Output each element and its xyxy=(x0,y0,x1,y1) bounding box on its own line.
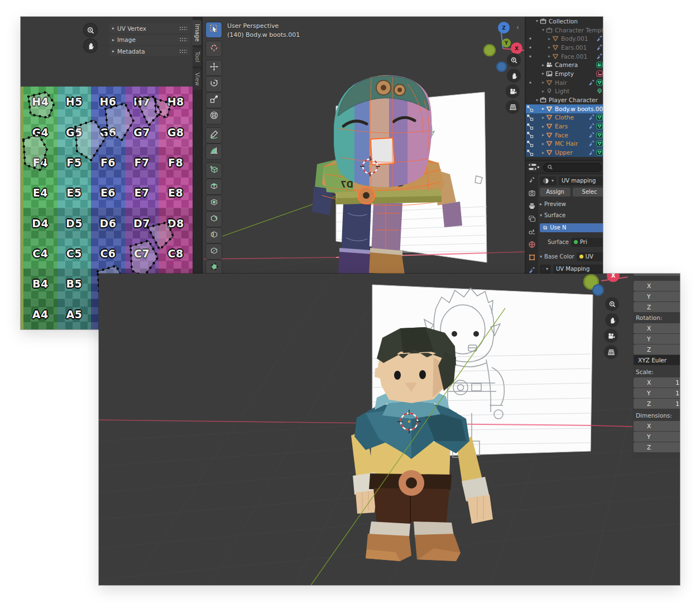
tool-move-button[interactable] xyxy=(206,60,222,75)
properties-tab-object[interactable] xyxy=(528,254,536,262)
tool-bevel-button[interactable] xyxy=(206,212,222,227)
expander-arrow-icon[interactable]: ▸ xyxy=(540,141,546,146)
outliner-row-light[interactable]: ▸Light xyxy=(526,87,603,96)
axis-field[interactable]: X xyxy=(634,281,680,291)
expander-arrow-icon[interactable]: ▸ xyxy=(540,124,546,129)
axis-field[interactable]: X xyxy=(634,323,680,333)
viewport-grid-button-top[interactable] xyxy=(506,100,520,114)
mesh-data-icon[interactable] xyxy=(596,79,603,86)
viewport-camera-button-bottom[interactable] xyxy=(604,329,618,343)
tool-scale-button[interactable] xyxy=(206,93,222,108)
wrench-icon[interactable] xyxy=(596,53,603,60)
transform-field-y[interactable]: Y xyxy=(634,334,680,344)
expander-arrow-icon[interactable]: ▸ xyxy=(540,115,546,120)
expander-arrow-icon[interactable]: ▸ xyxy=(540,106,546,111)
properties-tab-view-layer[interactable] xyxy=(528,216,536,224)
tool-loop-cut-button[interactable] xyxy=(206,228,222,243)
outliner-row-face[interactable]: ▸Face xyxy=(526,131,603,140)
tool-measure-button[interactable] xyxy=(206,144,222,159)
image-texture-icon[interactable]: ▾ xyxy=(540,265,551,274)
properties-tab-world[interactable] xyxy=(528,241,536,250)
outliner-row-body-w-boots-001[interactable]: ▸Body.w boots.001 xyxy=(526,104,603,113)
expander-arrow-icon[interactable]: ▸ xyxy=(540,80,546,85)
transform-field-y[interactable]: Y1 xyxy=(634,388,680,398)
uv-panel-uv-vertex[interactable]: ▸UV Vertex xyxy=(109,23,190,33)
tool-tweak-select-button[interactable] xyxy=(206,22,222,37)
wrench-icon[interactable] xyxy=(588,123,595,130)
transform-field-z[interactable]: Z xyxy=(634,344,680,355)
tool-extrude-region-button[interactable] xyxy=(206,179,222,194)
expander-arrow-icon[interactable]: ▸ xyxy=(546,45,552,50)
tool-inset-faces-button[interactable] xyxy=(206,195,222,210)
outliner-row-upper[interactable]: ▸Upper xyxy=(526,148,603,157)
gizmo-x-ball[interactable]: X xyxy=(511,42,522,54)
outliner-row-character-templat[interactable]: ▾Character Templat xyxy=(526,26,603,35)
tool-poly-build-button[interactable] xyxy=(206,260,222,275)
outliner-row-body-001[interactable]: ▸Body.001 xyxy=(526,34,603,43)
expander-arrow-icon[interactable]: ▸ xyxy=(540,63,546,68)
light-data-icon[interactable] xyxy=(596,88,603,94)
drag-grip-icon[interactable] xyxy=(179,26,187,31)
axis-field[interactable]: X xyxy=(634,421,680,431)
gizmo-minus-x-ball[interactable] xyxy=(483,44,496,56)
mesh-data-icon[interactable] xyxy=(596,123,603,130)
uv-zoom-button[interactable] xyxy=(84,23,97,37)
outliner-row-face-001[interactable]: ▸Face.001 xyxy=(526,52,603,61)
wrench-icon[interactable] xyxy=(588,132,595,138)
outliner-row-ears-001[interactable]: ▸Ears.001 xyxy=(526,43,603,52)
properties-tab-scene[interactable] xyxy=(528,228,536,237)
viewport-pan-button-bottom[interactable] xyxy=(605,313,619,327)
mesh-data-icon[interactable] xyxy=(596,132,603,138)
axis-field[interactable]: Z xyxy=(634,442,680,452)
surface-section-header[interactable]: ▾Surface xyxy=(540,210,603,220)
tool-cursor-button[interactable] xyxy=(206,41,222,56)
expander-arrow-icon[interactable]: ▾ xyxy=(534,18,540,23)
uv-mapping-field[interactable]: UV Mapping xyxy=(553,265,603,274)
transform-field-z[interactable]: Z xyxy=(634,442,680,452)
mesh-data-icon[interactable] xyxy=(596,114,603,121)
expander-arrow-icon[interactable]: ▸ xyxy=(540,132,546,137)
transform-field-x[interactable]: X xyxy=(634,421,680,431)
axis-field[interactable]: Z xyxy=(634,302,680,312)
select-button[interactable]: Selec xyxy=(573,188,603,197)
expander-arrow-icon[interactable]: ▸ xyxy=(546,36,552,41)
expander-arrow-icon[interactable]: ▾ xyxy=(534,98,540,103)
transform-field-z[interactable]: Z xyxy=(634,302,680,312)
axis-field[interactable]: X1 xyxy=(634,377,680,387)
axis-field[interactable]: Y xyxy=(634,334,680,344)
gizmo-y-ball[interactable]: Y xyxy=(502,39,511,47)
properties-search-input[interactable] xyxy=(543,163,602,172)
base-color-field[interactable]: UV xyxy=(577,252,603,261)
tool-add-cube-button[interactable] xyxy=(206,163,222,178)
wrench-icon[interactable] xyxy=(588,140,595,147)
uv-pan-button[interactable] xyxy=(84,39,97,52)
tool-annotate-button[interactable] xyxy=(206,128,222,143)
scene-canvas-bottom[interactable] xyxy=(99,274,680,585)
outliner-row-ears[interactable]: ▸Ears xyxy=(526,122,603,131)
gizmo-z-ball[interactable]: Z xyxy=(498,22,510,34)
use-nodes-button[interactable]: ⧉ Use N xyxy=(540,223,603,232)
viewport-grid-button-bottom[interactable] xyxy=(604,345,618,359)
outliner-row-clothe[interactable]: ▸Clothe xyxy=(526,113,603,122)
uv-panel-metadata[interactable]: ▸Metadata xyxy=(109,46,190,56)
assign-button[interactable]: Assign xyxy=(540,188,570,197)
wrench-icon[interactable] xyxy=(588,114,595,121)
axis-field[interactable]: Y xyxy=(634,432,680,442)
transform-field-x[interactable]: X xyxy=(634,281,680,291)
tab-tool[interactable]: Tool xyxy=(193,47,202,66)
expander-arrow-icon[interactable]: ▸ xyxy=(546,54,552,59)
tool-transform-button[interactable] xyxy=(206,109,222,124)
material-name-field[interactable]: UV mapping xyxy=(559,176,603,185)
surface-shader-field[interactable]: Pri xyxy=(571,238,603,247)
tool-knife-button[interactable] xyxy=(206,244,222,259)
viewport-pan-button-top[interactable] xyxy=(507,69,521,83)
transform-field-y[interactable]: Y xyxy=(634,291,680,302)
viewport-zoom-button-bottom[interactable] xyxy=(605,297,619,311)
expander-arrow-icon[interactable]: ▸ xyxy=(540,89,546,94)
outliner-row-collection[interactable]: ▾Collection xyxy=(526,17,603,26)
axis-field[interactable]: Y1 xyxy=(634,388,680,398)
material-preview-icon[interactable]: ▾ xyxy=(540,176,557,185)
wrench-icon[interactable] xyxy=(588,79,595,86)
preview-section-header[interactable]: ▸Preview xyxy=(540,199,603,209)
gizmo-minus-z-ball-bottom[interactable] xyxy=(592,284,604,296)
